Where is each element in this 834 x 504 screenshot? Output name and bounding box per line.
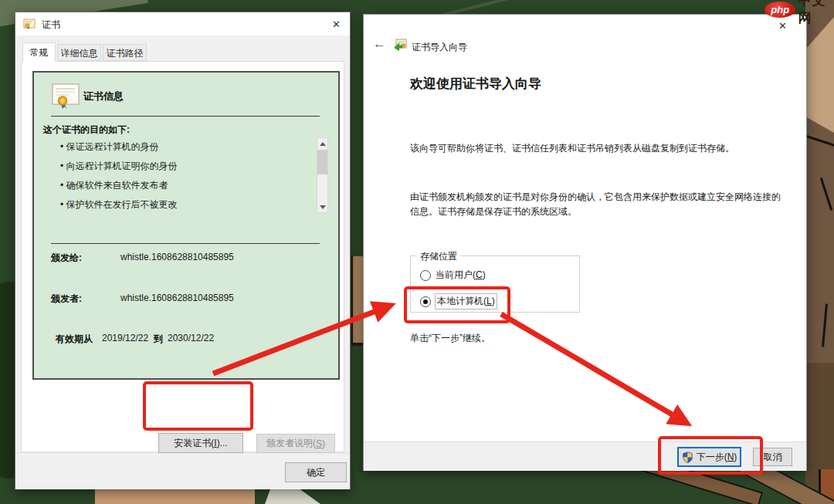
certificate-icon [23,18,36,30]
cert-dialog-footer: 确定 [15,452,350,489]
install-certificate-button[interactable]: 安装证书(I)... [158,433,243,453]
wizard-icon [393,38,407,52]
purpose-heading: 这个证书的目的如下: [43,123,130,137]
validity-to-word: 到 [154,333,163,346]
wizard-hint: 单击“下一步”继续。 [410,331,490,346]
issuer-statement-button: 颁发者说明(S) [256,434,335,453]
close-icon[interactable]: ✕ [332,19,341,29]
issued-to-label: 颁发给: [51,252,82,265]
php-cn-logo: php 中文网 [764,1,834,18]
screenshot-canvas: php 中文网 证书 ✕ 常规 详细信息 证书路径 [0,0,834,504]
certificate-import-wizard-dialog: ✕ ← 证书导入向导 欢迎使用证书导入向导 该向导可帮助你将证书、证书信任列表和… [363,14,807,471]
purpose-item: 向远程计算机证明你的身份 [60,160,178,173]
bg-skin-shape [95,487,255,504]
highlight-install-certificate [143,381,253,431]
validity-to: 2030/12/22 [168,333,214,343]
tab-certification-path[interactable]: 证书路径 [103,44,147,61]
install-label: 安装证书( [174,437,214,450]
php-logo-badge: php [764,2,795,18]
wizard-paragraph-1: 该向导可帮助你将证书、证书信任列表和证书吊销列表从磁盘复制到证书存储。 [410,141,773,156]
php-logo-text: php [771,4,789,15]
radio-row-current-user[interactable]: 当前用户(C) [420,269,486,282]
tab-details[interactable]: 详细信息 [57,44,101,61]
purpose-item: 保证远程计算机的身份 [60,140,159,154]
purpose-item: 保护软件在发行后不被更改 [60,198,178,211]
certificate-info-icon [51,83,80,110]
validity-from: 2019/12/22 [102,333,148,343]
divider [51,243,320,244]
scrollbar-thumb[interactable] [317,150,327,174]
back-arrow-icon[interactable]: ← [373,36,386,52]
issuer-label: 颁发者说明( [266,437,316,450]
highlight-local-machine-radio [404,286,510,323]
purposes-scrollbar[interactable] [317,137,328,213]
close-icon[interactable]: ✕ [778,21,787,31]
issued-by-value: whistle.1608628810485895 [120,293,234,303]
purpose-item: 确保软件来自软件发布者 [60,179,168,192]
tab-general[interactable]: 常规 [22,42,56,62]
validity-label: 有效期从 [56,333,93,346]
wizard-title: 证书导入向导 [412,41,467,54]
wizard-paragraph-2: 由证书颁发机构颁发的证书是对你身份的确认，它包含用来保护数据或建立安全网络连接的… [410,190,784,218]
scroll-up-icon[interactable] [317,138,327,149]
store-location-label: 存储位置 [417,250,460,263]
issued-by-label: 颁发者: [51,293,82,306]
wizard-heading: 欢迎使用证书导入向导 [410,75,541,93]
highlight-next-button [658,436,763,475]
ok-button[interactable]: 确定 [285,462,347,482]
cert-dialog-titlebar[interactable]: 证书 ✕ [15,12,350,36]
cert-info-heading: 证书信息 [83,90,124,103]
radio-current-user[interactable] [420,270,431,281]
cert-dialog-title: 证书 [42,19,60,32]
issued-to-value: whistle.1608628810485895 [120,252,234,262]
cn-logo-text: 中文网 [798,0,834,27]
radio-current-user-label[interactable]: 当前用户(C) [436,269,486,282]
scroll-down-icon[interactable] [317,201,327,212]
certificate-info-panel: 证书信息 这个证书的目的如下: 保证远程计算机的身份 向远程计算机证明你的身份 … [32,71,340,380]
divider [51,116,320,117]
